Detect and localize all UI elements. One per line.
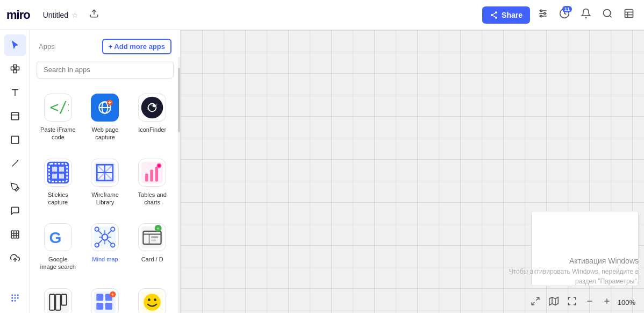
document-title: Untitled <box>43 11 68 19</box>
share-button[interactable]: Share <box>482 6 530 24</box>
app-item-emojis[interactable]: Emojis <box>131 282 174 313</box>
svg-point-106 <box>144 294 160 310</box>
apps-panel-header: Apps + Add more apps <box>30 30 180 61</box>
search-button[interactable] <box>599 5 616 25</box>
svg-point-37 <box>14 297 16 299</box>
app-icon-grid: + <box>91 288 119 313</box>
sticky-note-tool[interactable] <box>4 105 26 127</box>
app-item-google-image[interactable]: G Google image search <box>37 217 80 278</box>
svg-rect-66 <box>150 169 153 181</box>
svg-rect-55 <box>59 167 64 172</box>
svg-point-108 <box>154 298 156 301</box>
timer-button[interactable]: 11 <box>556 5 573 25</box>
svg-point-69 <box>158 164 161 167</box>
upload-tool[interactable] <box>4 247 26 269</box>
svg-point-35 <box>17 294 18 296</box>
left-toolbar <box>0 30 30 313</box>
text-tool[interactable] <box>4 82 26 103</box>
svg-point-107 <box>148 298 151 301</box>
svg-rect-72 <box>94 226 116 248</box>
search-input[interactable] <box>37 61 174 79</box>
zoom-out-button[interactable] <box>583 295 596 310</box>
zoom-level: 100% <box>618 298 635 307</box>
notifications-button[interactable] <box>577 5 595 25</box>
svg-line-110 <box>532 302 534 304</box>
svg-point-11 <box>540 15 542 17</box>
add-more-apps-button[interactable]: + Add more apps <box>102 39 171 54</box>
app-item-grid[interactable]: + Grid <box>84 282 127 313</box>
app-icon-iconfinder <box>138 94 166 122</box>
select-tool[interactable] <box>4 34 26 56</box>
apps-tool[interactable] <box>4 287 26 309</box>
canvas-preview <box>531 211 639 286</box>
app-icon-wireframe-library <box>91 159 119 187</box>
app-item-webpage-capture[interactable]: Web page capture <box>84 87 127 148</box>
svg-rect-91 <box>151 240 156 241</box>
app-item-wireframe-library[interactable]: Wireframe Library <box>84 152 127 213</box>
notes-button[interactable] <box>620 5 638 25</box>
frames-tool[interactable] <box>4 58 26 80</box>
pen-tool[interactable] <box>4 176 26 198</box>
svg-point-10 <box>544 12 546 14</box>
apps-label: Apps <box>39 42 55 51</box>
svg-point-34 <box>14 294 16 296</box>
svg-point-33 <box>11 294 13 296</box>
app-icon-kanban <box>44 288 72 313</box>
app-icon-google-image: G <box>44 223 72 251</box>
app-name-tables-charts: Tables and charts <box>134 191 170 207</box>
table-tool[interactable] <box>4 224 26 245</box>
apps-grid: </> Paste iFrame code Web page capture <box>30 87 180 313</box>
app-icon-tables-charts <box>138 159 166 187</box>
expand-button[interactable] <box>528 294 542 311</box>
svg-point-49 <box>141 97 163 119</box>
shape-tool[interactable] <box>4 129 26 151</box>
map-button[interactable] <box>547 294 561 311</box>
svg-text:+: + <box>111 292 114 297</box>
svg-rect-99 <box>97 294 104 301</box>
svg-rect-23 <box>11 112 19 120</box>
export-button[interactable] <box>85 5 103 24</box>
app-icon-paste-iframe: </> <box>44 94 72 122</box>
app-item-kanban[interactable]: Kanban <box>37 282 80 313</box>
app-item-stickies-capture[interactable]: Stickies capture <box>37 152 80 213</box>
star-icon[interactable]: ☆ <box>71 11 78 19</box>
svg-point-39 <box>11 300 13 302</box>
svg-rect-101 <box>97 303 104 310</box>
topbar: miro Untitled ☆ Share 11 <box>0 0 644 30</box>
app-name-mind-map: Mind map <box>92 255 118 263</box>
app-name-card-d: Card / D <box>141 255 163 263</box>
app-icon-mind-map <box>91 223 119 251</box>
svg-point-13 <box>604 10 611 17</box>
svg-rect-15 <box>625 10 633 18</box>
svg-rect-53 <box>52 167 57 172</box>
svg-rect-102 <box>105 303 112 310</box>
title-area[interactable]: Untitled ☆ <box>39 9 83 22</box>
svg-point-9 <box>540 10 542 11</box>
line-tool[interactable] <box>4 153 26 174</box>
svg-rect-25 <box>11 136 19 144</box>
app-name-paste-iframe: Paste iFrame code <box>40 126 76 141</box>
comment-tool[interactable] <box>4 200 26 222</box>
app-name-google-image: Google image search <box>40 255 76 271</box>
svg-point-38 <box>17 297 18 299</box>
svg-point-36 <box>11 297 13 299</box>
fit-button[interactable] <box>565 294 579 311</box>
app-name-webpage-capture: Web page capture <box>87 126 124 141</box>
bottom-bar: 100% <box>520 291 644 313</box>
svg-text:</>: </> <box>49 98 68 116</box>
app-item-mind-map[interactable]: Mind map <box>84 217 127 278</box>
app-item-card-d[interactable]: + Card / D <box>131 217 174 278</box>
app-item-paste-iframe[interactable]: </> Paste iFrame code <box>37 87 80 148</box>
search-box <box>37 61 174 79</box>
svg-rect-56 <box>59 173 64 178</box>
svg-rect-54 <box>52 173 57 178</box>
app-item-tables-charts[interactable]: Tables and charts <box>131 152 174 213</box>
svg-rect-67 <box>155 167 159 182</box>
svg-rect-27 <box>11 231 19 238</box>
panel-scrollbar[interactable] <box>178 57 180 313</box>
app-item-iconfinder[interactable]: IconFinder <box>131 87 174 148</box>
app-icon-webpage-capture <box>91 94 119 122</box>
svg-line-26 <box>12 161 18 167</box>
zoom-in-button[interactable] <box>600 295 613 310</box>
settings-button[interactable] <box>534 5 552 25</box>
